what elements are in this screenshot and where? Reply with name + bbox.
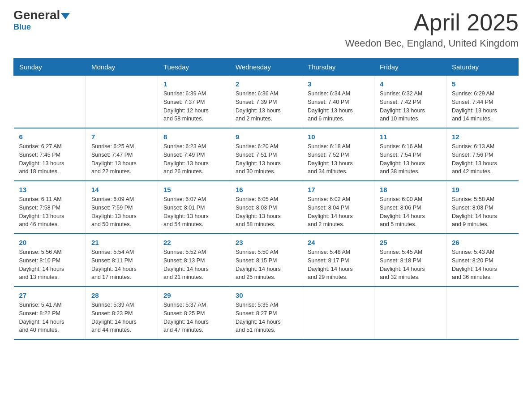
day-number: 10	[308, 133, 369, 141]
month-title: April 2025	[345, 9, 519, 36]
day-info: Sunrise: 5:52 AM Sunset: 8:13 PM Dayligh…	[163, 248, 224, 282]
day-info: Sunrise: 5:41 AM Sunset: 8:22 PM Dayligh…	[19, 301, 81, 334]
calendar-cell: 23Sunrise: 5:50 AM Sunset: 8:15 PM Dayli…	[230, 234, 302, 287]
day-info: Sunrise: 6:13 AM Sunset: 7:56 PM Dayligh…	[452, 142, 513, 176]
day-info: Sunrise: 6:36 AM Sunset: 7:39 PM Dayligh…	[236, 90, 296, 123]
day-info: Sunrise: 5:50 AM Sunset: 8:15 PM Dayligh…	[236, 248, 296, 282]
day-number: 30	[236, 291, 296, 299]
header-saturday: Saturday	[446, 59, 519, 76]
day-number: 27	[19, 291, 81, 299]
page-header: General Blue April 2025 Weedon Bec, Engl…	[13, 9, 519, 49]
day-number: 22	[163, 239, 224, 246]
day-number: 6	[19, 133, 81, 141]
calendar-cell: 29Sunrise: 5:37 AM Sunset: 8:25 PM Dayli…	[158, 287, 230, 339]
day-info: Sunrise: 6:11 AM Sunset: 7:58 PM Dayligh…	[19, 195, 81, 229]
calendar-cell: 16Sunrise: 6:05 AM Sunset: 8:03 PM Dayli…	[230, 181, 302, 234]
day-number: 17	[308, 186, 369, 193]
day-info: Sunrise: 6:00 AM Sunset: 8:06 PM Dayligh…	[380, 195, 441, 229]
calendar-cell	[374, 287, 446, 339]
day-number: 4	[380, 80, 441, 88]
calendar-cell: 4Sunrise: 6:32 AM Sunset: 7:42 PM Daylig…	[374, 76, 446, 128]
day-number: 24	[308, 239, 369, 246]
calendar-table: SundayMondayTuesdayWednesdayThursdayFrid…	[13, 58, 519, 340]
calendar-cell: 17Sunrise: 6:02 AM Sunset: 8:04 PM Dayli…	[302, 181, 374, 234]
day-info: Sunrise: 6:20 AM Sunset: 7:51 PM Dayligh…	[236, 142, 296, 176]
calendar-cell: 27Sunrise: 5:41 AM Sunset: 8:22 PM Dayli…	[14, 287, 86, 339]
logo-blue: Blue	[13, 22, 31, 32]
header-sunday: Sunday	[14, 59, 86, 76]
calendar-cell: 13Sunrise: 6:11 AM Sunset: 7:58 PM Dayli…	[14, 181, 86, 234]
location-title: Weedon Bec, England, United Kingdom	[345, 38, 519, 49]
calendar-cell: 21Sunrise: 5:54 AM Sunset: 8:11 PM Dayli…	[86, 234, 158, 287]
day-info: Sunrise: 5:58 AM Sunset: 8:08 PM Dayligh…	[452, 195, 513, 229]
header-thursday: Thursday	[302, 59, 374, 76]
day-number: 18	[380, 186, 441, 193]
calendar-cell: 26Sunrise: 5:43 AM Sunset: 8:20 PM Dayli…	[446, 234, 519, 287]
day-info: Sunrise: 6:27 AM Sunset: 7:45 PM Dayligh…	[19, 142, 81, 176]
day-number: 21	[91, 239, 152, 246]
day-info: Sunrise: 5:37 AM Sunset: 8:25 PM Dayligh…	[163, 301, 224, 334]
logo: General Blue	[13, 9, 70, 32]
calendar-cell: 22Sunrise: 5:52 AM Sunset: 8:13 PM Dayli…	[158, 234, 230, 287]
calendar-cell: 12Sunrise: 6:13 AM Sunset: 7:56 PM Dayli…	[446, 128, 519, 181]
calendar-cell	[14, 76, 86, 128]
day-info: Sunrise: 6:23 AM Sunset: 7:49 PM Dayligh…	[163, 142, 224, 176]
day-number: 5	[452, 80, 513, 88]
day-info: Sunrise: 6:25 AM Sunset: 7:47 PM Dayligh…	[91, 142, 152, 176]
day-info: Sunrise: 6:39 AM Sunset: 7:37 PM Dayligh…	[163, 90, 224, 123]
header-wednesday: Wednesday	[230, 59, 302, 76]
calendar-cell	[86, 76, 158, 128]
calendar-week-5: 27Sunrise: 5:41 AM Sunset: 8:22 PM Dayli…	[14, 287, 519, 339]
calendar-week-3: 13Sunrise: 6:11 AM Sunset: 7:58 PM Dayli…	[14, 181, 519, 234]
calendar-cell: 20Sunrise: 5:56 AM Sunset: 8:10 PM Dayli…	[14, 234, 86, 287]
calendar-cell: 30Sunrise: 5:35 AM Sunset: 8:27 PM Dayli…	[230, 287, 302, 339]
day-number: 14	[91, 186, 152, 193]
day-info: Sunrise: 6:09 AM Sunset: 7:59 PM Dayligh…	[91, 195, 152, 229]
day-number: 13	[19, 186, 81, 193]
logo-general: General	[13, 9, 70, 21]
day-info: Sunrise: 5:54 AM Sunset: 8:11 PM Dayligh…	[91, 248, 152, 282]
calendar-week-1: 1Sunrise: 6:39 AM Sunset: 7:37 PM Daylig…	[14, 76, 519, 128]
day-number: 19	[452, 186, 513, 193]
calendar-cell: 11Sunrise: 6:16 AM Sunset: 7:54 PM Dayli…	[374, 128, 446, 181]
header-tuesday: Tuesday	[158, 59, 230, 76]
header-friday: Friday	[374, 59, 446, 76]
day-number: 20	[19, 239, 81, 246]
calendar-cell: 7Sunrise: 6:25 AM Sunset: 7:47 PM Daylig…	[86, 128, 158, 181]
calendar-cell: 15Sunrise: 6:07 AM Sunset: 8:01 PM Dayli…	[158, 181, 230, 234]
calendar-cell: 1Sunrise: 6:39 AM Sunset: 7:37 PM Daylig…	[158, 76, 230, 128]
day-number: 7	[91, 133, 152, 141]
calendar-cell: 9Sunrise: 6:20 AM Sunset: 7:51 PM Daylig…	[230, 128, 302, 181]
calendar-cell: 24Sunrise: 5:48 AM Sunset: 8:17 PM Dayli…	[302, 234, 374, 287]
day-number: 25	[380, 239, 441, 246]
day-number: 12	[452, 133, 513, 141]
day-info: Sunrise: 5:45 AM Sunset: 8:18 PM Dayligh…	[380, 248, 441, 282]
calendar-cell: 25Sunrise: 5:45 AM Sunset: 8:18 PM Dayli…	[374, 234, 446, 287]
day-number: 8	[163, 133, 224, 141]
day-info: Sunrise: 5:35 AM Sunset: 8:27 PM Dayligh…	[236, 301, 296, 334]
day-info: Sunrise: 5:43 AM Sunset: 8:20 PM Dayligh…	[452, 248, 513, 282]
calendar-cell	[446, 287, 519, 339]
calendar-week-2: 6Sunrise: 6:27 AM Sunset: 7:45 PM Daylig…	[14, 128, 519, 181]
header-monday: Monday	[86, 59, 158, 76]
day-number: 26	[452, 239, 513, 246]
title-area: April 2025 Weedon Bec, England, United K…	[345, 9, 519, 49]
day-number: 23	[236, 239, 296, 246]
day-number: 9	[236, 133, 296, 141]
day-number: 11	[380, 133, 441, 141]
calendar-cell: 5Sunrise: 6:29 AM Sunset: 7:44 PM Daylig…	[446, 76, 519, 128]
calendar-cell: 2Sunrise: 6:36 AM Sunset: 7:39 PM Daylig…	[230, 76, 302, 128]
day-number: 2	[236, 80, 296, 88]
calendar-header-row: SundayMondayTuesdayWednesdayThursdayFrid…	[14, 59, 519, 76]
day-info: Sunrise: 6:07 AM Sunset: 8:01 PM Dayligh…	[163, 195, 224, 229]
day-number: 3	[308, 80, 369, 88]
day-info: Sunrise: 6:16 AM Sunset: 7:54 PM Dayligh…	[380, 142, 441, 176]
day-number: 29	[163, 291, 224, 299]
calendar-cell: 3Sunrise: 6:34 AM Sunset: 7:40 PM Daylig…	[302, 76, 374, 128]
calendar-cell: 6Sunrise: 6:27 AM Sunset: 7:45 PM Daylig…	[14, 128, 86, 181]
calendar-cell: 28Sunrise: 5:39 AM Sunset: 8:23 PM Dayli…	[86, 287, 158, 339]
day-info: Sunrise: 6:29 AM Sunset: 7:44 PM Dayligh…	[452, 90, 513, 123]
day-number: 1	[163, 80, 224, 88]
calendar-cell: 10Sunrise: 6:18 AM Sunset: 7:52 PM Dayli…	[302, 128, 374, 181]
calendar-cell: 19Sunrise: 5:58 AM Sunset: 8:08 PM Dayli…	[446, 181, 519, 234]
